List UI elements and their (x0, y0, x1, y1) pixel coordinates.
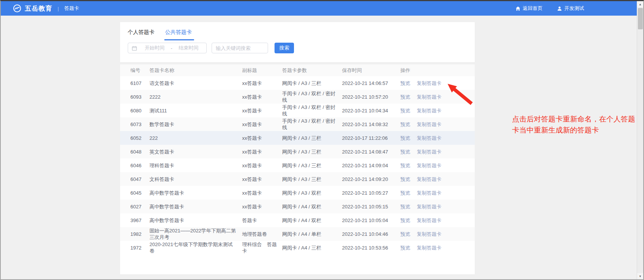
copy-card-link[interactable]: 复制答题卡 (417, 218, 442, 223)
table-row: 6045高中数学答题卡xx答题卡网阅卡 / A3 / 双栏2022-10-21 … (120, 186, 475, 200)
card-save-time: 2022-10-21 10:04:34 (342, 107, 400, 114)
row-actions: 预览复制答题卡 (400, 231, 464, 237)
copy-card-link[interactable]: 复制答题卡 (417, 122, 442, 127)
copy-card-link[interactable]: 复制答题卡 (417, 190, 442, 196)
card-params: 手阅卡 / A3 / 双栏 / 密封线 (282, 118, 342, 131)
card-params: 网阅卡 / A3 / 双栏 (282, 190, 342, 196)
card-subtitle: xx答题卡 (242, 149, 282, 155)
preview-link[interactable]: 预览 (400, 163, 410, 168)
scrollbar-up-arrow-icon[interactable]: ▲ (637, 1, 643, 7)
end-date-placeholder[interactable]: 结束时间 (175, 45, 202, 51)
card-subtitle: xx答题卡 (242, 190, 282, 196)
card-save-time: 2022-10-21 10:05:27 (342, 190, 400, 196)
keyword-search-input[interactable] (212, 43, 268, 53)
header-nav: 返回首页 开发测试 (516, 5, 637, 12)
card-params: 网阅卡 / A4 / 双栏 (282, 203, 342, 210)
preview-link[interactable]: 预览 (400, 94, 410, 100)
preview-link[interactable]: 预览 (400, 231, 410, 237)
preview-link[interactable]: 预览 (400, 122, 410, 127)
tab-bar: 个人答题卡 公共答题卡 (120, 22, 475, 40)
card-subtitle: 答题卡 (242, 217, 282, 224)
card-name: 文科答题卡 (149, 176, 242, 182)
copy-card-link[interactable]: 复制答题卡 (417, 135, 442, 141)
card-subtitle: xx答题卡 (242, 107, 282, 114)
brand-logo-icon (13, 4, 21, 13)
card-name: 高中数学答题卡 (149, 217, 242, 224)
column-subtitle: 副标题 (242, 67, 282, 74)
preview-link[interactable]: 预览 (400, 218, 410, 223)
row-actions: 预览复制答题卡 (400, 135, 464, 141)
tab-personal-cards[interactable]: 个人答题卡 (128, 29, 154, 40)
scrollbar-down-arrow-icon[interactable]: ▼ (637, 273, 643, 279)
card-name: 数学答题卡 (149, 121, 242, 128)
nav-user-account[interactable]: 开发测试 (557, 5, 584, 12)
table-row: 3967高中数学答题卡答题卡网阅卡 / A4 / 双栏2022-10-21 10… (120, 213, 475, 227)
table-header-row: 编号答题卡名称副标题答题卡参数保存时间操作 (120, 64, 475, 76)
card-subtitle: xx答题卡 (242, 80, 282, 86)
row-actions: 预览复制答题卡 (400, 203, 464, 210)
card-id: 6052 (120, 135, 149, 141)
preview-link[interactable]: 预览 (400, 108, 410, 114)
scrollbar-thumb[interactable] (638, 8, 643, 29)
row-actions: 预览复制答题卡 (400, 190, 464, 196)
card-params: 网阅卡 / A4 / 单栏 (282, 231, 342, 237)
copy-card-link[interactable]: 复制答题卡 (417, 94, 442, 100)
home-icon (516, 6, 520, 11)
card-id: 6046 (120, 162, 149, 169)
preview-link[interactable]: 预览 (400, 149, 410, 155)
copy-card-link[interactable]: 复制答题卡 (417, 108, 442, 114)
search-button[interactable]: 搜索 (275, 43, 294, 53)
table-row: 6027高中数学答题卡xx答题卡网阅卡 / A4 / 双栏2022-10-21 … (120, 200, 475, 213)
date-range-separator: - (169, 45, 175, 51)
card-params: 网阅卡 / A3 / 三栏 (282, 149, 342, 155)
preview-link[interactable]: 预览 (400, 80, 410, 86)
preview-link[interactable]: 预览 (400, 135, 410, 141)
card-id: 1972 (120, 245, 149, 251)
card-id: 6027 (120, 203, 149, 210)
preview-link[interactable]: 预览 (400, 245, 410, 251)
row-actions: 预览复制答题卡 (400, 245, 464, 251)
table-row: 6047文科答题卡xx答题卡网阅卡 / A3 / 三栏2022-10-21 14… (120, 172, 475, 186)
card-id: 6107 (120, 80, 149, 86)
table-row: 6107语文答题卡xx答题卡网阅卡 / A3 / 三栏2022-10-21 14… (120, 76, 475, 90)
date-range-picker[interactable]: 开始时间 - 结束时间 (128, 43, 207, 53)
brand-divider: | (58, 6, 59, 11)
vertical-scrollbar[interactable]: ▲ ▼ (637, 1, 643, 279)
nav-back-home[interactable]: 返回首页 (516, 5, 543, 12)
copy-card-link[interactable]: 复制答题卡 (417, 245, 442, 251)
card-save-time: 2022-10-21 10:04:46 (342, 231, 400, 237)
answer-card-table: 编号答题卡名称副标题答题卡参数保存时间操作 6107语文答题卡xx答题卡网阅卡 … (120, 64, 475, 274)
card-save-time: 2022-10-21 10:57:20 (342, 94, 400, 100)
copy-card-link[interactable]: 复制答题卡 (417, 80, 442, 86)
calendar-icon (132, 46, 137, 51)
start-date-placeholder[interactable]: 开始时间 (141, 45, 169, 51)
app-header: 五岳教育 | 答题卡 返回首页 开发测试 (1, 1, 637, 16)
card-name: 2222 (149, 94, 242, 100)
card-id: 6080 (120, 107, 149, 114)
card-params: 网阅卡 / A4 / 三栏 (282, 245, 342, 251)
row-actions: 预览复制答题卡 (400, 162, 464, 169)
preview-link[interactable]: 预览 (400, 190, 410, 196)
table-body: 6107语文答题卡xx答题卡网阅卡 / A3 / 三栏2022-10-21 14… (120, 76, 475, 254)
card-id: 1982 (120, 231, 149, 237)
copy-card-link[interactable]: 复制答题卡 (417, 231, 442, 237)
copy-card-link[interactable]: 复制答题卡 (417, 149, 442, 155)
card-name: 英文答题卡 (149, 149, 242, 155)
preview-link[interactable]: 预览 (400, 204, 410, 210)
card-subtitle: 地理答题卷 (242, 231, 282, 237)
card-id: 3967 (120, 217, 149, 224)
card-save-time: 2022-10-21 10:05:15 (342, 203, 400, 210)
card-save-time: 2022-10-21 14:08:47 (342, 149, 400, 155)
preview-link[interactable]: 预览 (400, 176, 410, 182)
copy-card-link[interactable]: 复制答题卡 (417, 163, 442, 168)
table-row: 1982固始一高2021——2022学年下期高二第三次月考地理答题卷网阅卡 / … (120, 227, 475, 241)
copy-card-link[interactable]: 复制答题卡 (417, 176, 442, 182)
card-save-time: 2022-10-21 14:09:20 (342, 176, 400, 182)
card-params: 网阅卡 / A3 / 三栏 (282, 80, 342, 86)
column-save-time: 保存时间 (342, 67, 400, 74)
user-icon (557, 6, 562, 11)
copy-card-link[interactable]: 复制答题卡 (417, 204, 442, 210)
tab-public-cards[interactable]: 公共答题卡 (165, 29, 192, 40)
table-row: 6052222xx答题卡网阅卡 / A3 / 三栏2022-10-17 11:2… (120, 131, 475, 145)
card-name: 固始一高2021——2022学年下期高二第三次月考 (149, 227, 242, 240)
